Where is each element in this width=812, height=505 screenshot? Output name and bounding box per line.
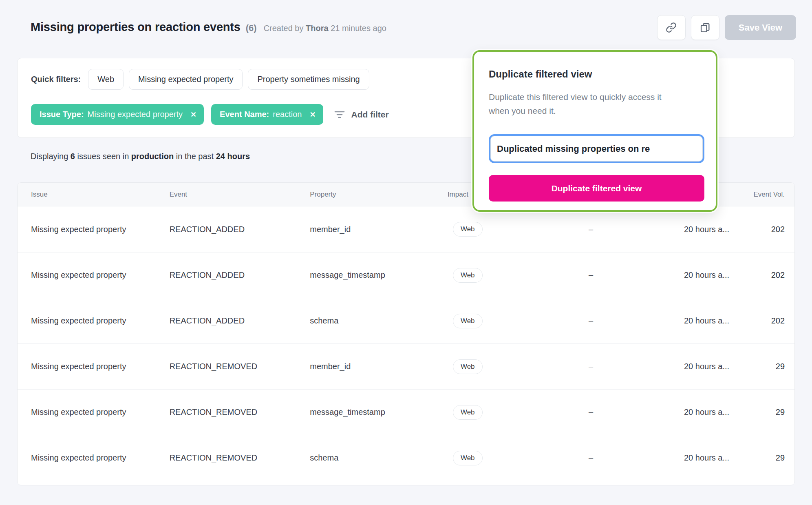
table-row[interactable]: Missing expected property REACTION_REMOV… — [18, 343, 794, 389]
platform-cell: Web — [448, 222, 567, 237]
column-header-issue: Issue — [18, 190, 170, 199]
header-actions: Save View — [657, 15, 796, 40]
property-cell: member_id — [310, 362, 448, 371]
event-volume-cell: 202 — [729, 270, 794, 280]
filter-chip-value: Missing expected property — [88, 110, 183, 119]
duplicate-view-button[interactable] — [691, 15, 719, 40]
event-cell: REACTION_REMOVED — [170, 362, 310, 371]
summary-text: Displaying — [31, 152, 68, 161]
quick-filter-property-sometimes-missing[interactable]: Property sometimes missing — [248, 69, 369, 90]
issue-count-badge: (6) — [246, 23, 257, 33]
remove-filter-icon[interactable]: ✕ — [190, 110, 196, 119]
platform-badge: Web — [453, 314, 483, 328]
platform-cell: Web — [448, 314, 567, 328]
event-volume-cell: 202 — [729, 225, 794, 234]
table-row[interactable]: Missing expected property REACTION_ADDED… — [18, 252, 794, 298]
table-row[interactable]: Missing expected property REACTION_ADDED… — [18, 206, 794, 252]
event-cell: REACTION_REMOVED — [170, 408, 310, 417]
event-volume-cell: 29 — [729, 362, 794, 371]
issue-cell: Missing expected property — [18, 453, 170, 463]
created-by-label: Created by — [264, 24, 304, 33]
table-body: Missing expected property REACTION_ADDED… — [18, 206, 794, 481]
platform-cell: Web — [448, 405, 567, 420]
issue-cell: Missing expected property — [18, 316, 170, 326]
impact-cell: – — [567, 270, 616, 280]
filter-chip-issue-type[interactable]: Issue Type: Missing expected property ✕ — [31, 104, 204, 125]
column-header-event: Event — [170, 190, 310, 199]
impact-cell: – — [567, 225, 616, 234]
impact-cell: – — [567, 408, 616, 417]
issues-table: Issue Event Property Impact Event Vol. M… — [17, 182, 795, 485]
column-header-property: Property — [310, 190, 448, 199]
table-row[interactable]: Missing expected property REACTION_REMOV… — [18, 389, 794, 435]
impact-cell: – — [567, 362, 616, 371]
column-header-event-vol: Event Vol. — [729, 190, 794, 199]
summary-text: issues seen in — [77, 152, 129, 161]
created-time-ago: 21 minutes ago — [331, 24, 386, 33]
filter-chip-label: Event Name: — [220, 110, 269, 119]
quick-filters-row: Quick filters: Web Missing expected prop… — [31, 69, 369, 90]
summary-environment: production — [131, 152, 174, 161]
popover-description: Duplicate this filtered view to quickly … — [489, 90, 680, 118]
platform-badge: Web — [453, 268, 483, 283]
view-name-input[interactable] — [489, 134, 704, 163]
property-cell: schema — [310, 453, 448, 463]
platform-cell: Web — [448, 451, 567, 465]
copy-icon — [699, 22, 711, 33]
last-seen-cell: 20 hours a... — [615, 270, 729, 280]
summary-time-range: 24 hours — [216, 152, 250, 161]
page-title: Missing properties on reaction events — [31, 20, 241, 34]
event-cell: REACTION_ADDED — [170, 316, 310, 326]
quick-filter-missing-expected-property[interactable]: Missing expected property — [129, 69, 243, 90]
page: Missing properties on reaction events (6… — [0, 0, 812, 505]
issue-cell: Missing expected property — [18, 362, 170, 371]
summary-count: 6 — [71, 152, 75, 161]
last-seen-cell: 20 hours a... — [615, 362, 729, 371]
table-row[interactable]: Missing expected property REACTION_ADDED… — [18, 298, 794, 343]
property-cell: schema — [310, 316, 448, 326]
last-seen-cell: 20 hours a... — [615, 225, 729, 234]
filter-chip-event-name[interactable]: Event Name: reaction ✕ — [211, 104, 323, 125]
platform-cell: Web — [448, 359, 567, 374]
event-volume-cell: 29 — [729, 453, 794, 463]
impact-cell: – — [567, 453, 616, 463]
platform-badge: Web — [453, 451, 483, 465]
active-filters-row: Issue Type: Missing expected property ✕ … — [31, 104, 389, 125]
last-seen-cell: 20 hours a... — [615, 316, 729, 326]
property-cell: message_timestamp — [310, 270, 448, 280]
platform-badge: Web — [453, 359, 483, 374]
property-cell: member_id — [310, 225, 448, 234]
issue-cell: Missing expected property — [18, 225, 170, 234]
last-seen-cell: 20 hours a... — [615, 408, 729, 417]
filter-chip-label: Issue Type: — [40, 110, 84, 119]
filter-lines-icon — [334, 110, 345, 120]
author-name: Thora — [306, 24, 329, 33]
platform-badge: Web — [453, 222, 483, 237]
add-filter-label: Add filter — [351, 110, 389, 120]
add-filter-button[interactable]: Add filter — [334, 110, 389, 120]
platform-cell: Web — [448, 268, 567, 283]
quick-filter-web[interactable]: Web — [88, 69, 124, 90]
event-cell: REACTION_REMOVED — [170, 453, 310, 463]
duplicate-filtered-view-button[interactable]: Duplicate filtered view — [489, 175, 704, 202]
created-by-meta: Created by Thora 21 minutes ago — [264, 24, 386, 33]
save-view-button[interactable]: Save View — [725, 15, 796, 40]
filter-chip-value: reaction — [273, 110, 302, 119]
last-seen-cell: 20 hours a... — [615, 453, 729, 463]
duplicate-view-popover: Duplicate filtered view Duplicate this f… — [472, 50, 717, 212]
event-cell: REACTION_ADDED — [170, 270, 310, 280]
event-cell: REACTION_ADDED — [170, 225, 310, 234]
issue-cell: Missing expected property — [18, 270, 170, 280]
copy-link-button[interactable] — [657, 15, 686, 40]
page-header: Missing properties on reaction events (6… — [31, 20, 386, 34]
quick-filters-label: Quick filters: — [31, 75, 81, 84]
impact-cell: – — [567, 316, 616, 326]
platform-badge: Web — [453, 405, 483, 420]
remove-filter-icon[interactable]: ✕ — [309, 110, 316, 119]
event-volume-cell: 202 — [729, 316, 794, 326]
link-icon — [666, 22, 677, 33]
table-row[interactable]: Missing expected property REACTION_REMOV… — [18, 435, 794, 481]
event-volume-cell: 29 — [729, 408, 794, 417]
summary-text: in the past — [176, 152, 214, 161]
issue-cell: Missing expected property — [18, 408, 170, 417]
